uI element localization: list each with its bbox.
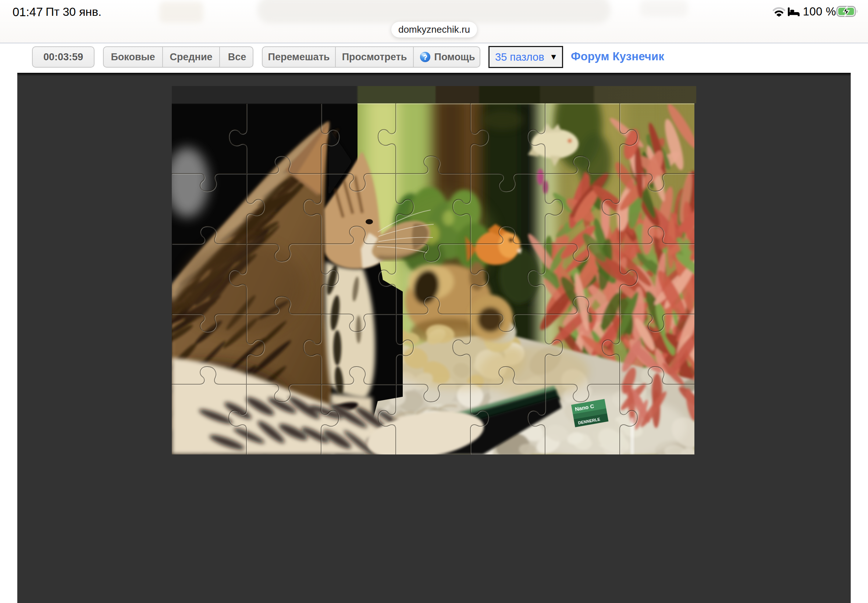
svg-text:?: ? xyxy=(423,53,428,61)
